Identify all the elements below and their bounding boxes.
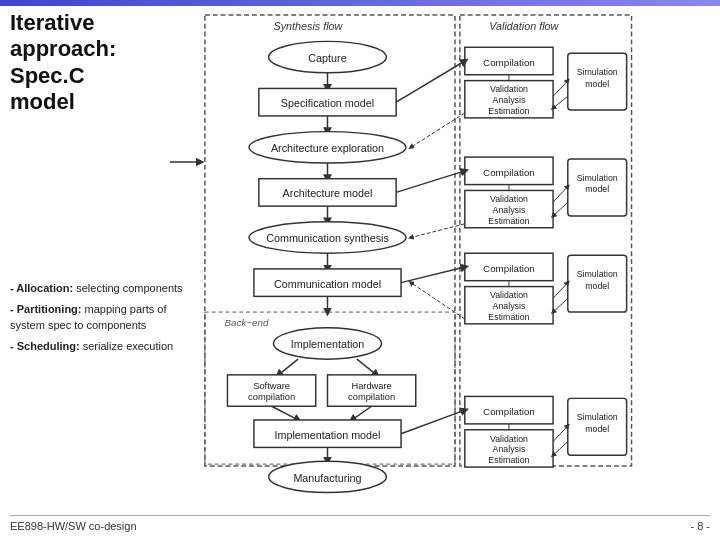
svg-line-50 — [553, 96, 568, 108]
svg-text:Back−end: Back−end — [225, 317, 269, 328]
svg-text:model: model — [585, 79, 609, 89]
svg-text:Simulation: Simulation — [577, 412, 618, 422]
svg-text:Validation: Validation — [490, 290, 528, 300]
footer-course: EE898-HW/SW co-design — [10, 520, 137, 532]
footer: EE898-HW/SW co-design - 8 - — [10, 515, 710, 532]
svg-line-33 — [352, 406, 372, 420]
svg-text:Hardware: Hardware — [351, 381, 391, 391]
svg-text:Implementation: Implementation — [291, 338, 365, 350]
svg-text:Analysis: Analysis — [493, 444, 526, 454]
svg-text:Analysis: Analysis — [493, 301, 526, 311]
svg-line-92 — [411, 224, 465, 238]
svg-line-91 — [411, 113, 465, 147]
scheduling-text: - Scheduling: serialize execution — [10, 338, 195, 355]
top-accent-bar — [0, 0, 720, 6]
allocation-text: - Allocation: selecting components — [10, 280, 195, 297]
svg-text:Communication model: Communication model — [274, 278, 381, 290]
svg-line-32 — [272, 406, 298, 420]
svg-text:Analysis: Analysis — [493, 95, 526, 105]
svg-text:Estimation: Estimation — [488, 106, 529, 116]
info-box: - Allocation: selecting components - Par… — [10, 280, 195, 354]
svg-text:Validation: Validation — [490, 84, 528, 94]
validation-flow-label: Validation flow — [489, 20, 559, 32]
svg-text:Estimation: Estimation — [488, 216, 529, 226]
svg-line-24 — [278, 359, 298, 375]
svg-text:Estimation: Estimation — [488, 312, 529, 322]
partitioning-text: - Partitioning: mapping parts of system … — [10, 301, 195, 334]
svg-text:compilation: compilation — [348, 392, 395, 402]
svg-line-49 — [553, 81, 568, 97]
svg-text:Validation: Validation — [490, 194, 528, 204]
svg-text:Manufacturing: Manufacturing — [293, 472, 361, 484]
svg-line-85 — [553, 426, 568, 442]
svg-line-61 — [553, 187, 568, 203]
svg-line-25 — [357, 359, 377, 375]
svg-text:Simulation: Simulation — [577, 67, 618, 77]
pointer-arrow — [170, 152, 205, 172]
svg-text:Capture: Capture — [308, 52, 346, 64]
footer-page: - 8 - — [690, 520, 710, 532]
svg-text:Architecture model: Architecture model — [283, 187, 373, 199]
svg-text:Implementation model: Implementation model — [275, 429, 381, 441]
diagram-area: Synthesis flow Validation flow Capture S… — [195, 10, 715, 520]
svg-text:Specification model: Specification model — [281, 97, 374, 109]
svg-text:Compilation: Compilation — [483, 167, 535, 178]
svg-line-73 — [553, 283, 568, 299]
svg-line-74 — [553, 298, 568, 312]
svg-text:Estimation: Estimation — [488, 455, 529, 465]
synthesis-flow-label: Synthesis flow — [274, 20, 344, 32]
svg-text:Software: Software — [253, 381, 290, 391]
svg-text:Compilation: Compilation — [483, 57, 535, 68]
svg-text:Validation: Validation — [490, 434, 528, 444]
svg-text:Architecture exploration: Architecture exploration — [271, 142, 384, 154]
page-title: Iterative approach: Spec.C model — [10, 10, 180, 116]
svg-text:compilation: compilation — [248, 392, 295, 402]
svg-text:model: model — [585, 184, 609, 194]
svg-text:model: model — [585, 424, 609, 434]
svg-text:Compilation: Compilation — [483, 406, 535, 417]
svg-line-62 — [553, 202, 568, 216]
svg-text:model: model — [585, 281, 609, 291]
svg-text:Simulation: Simulation — [577, 173, 618, 183]
svg-text:Compilation: Compilation — [483, 263, 535, 274]
svg-text:Communication synthesis: Communication synthesis — [266, 232, 389, 244]
svg-line-86 — [553, 442, 568, 456]
svg-text:Analysis: Analysis — [493, 205, 526, 215]
flow-diagram: Synthesis flow Validation flow Capture S… — [195, 10, 715, 520]
title-area: Iterative approach: Spec.C model — [10, 10, 180, 116]
svg-line-93 — [411, 283, 465, 319]
svg-text:Simulation: Simulation — [577, 269, 618, 279]
